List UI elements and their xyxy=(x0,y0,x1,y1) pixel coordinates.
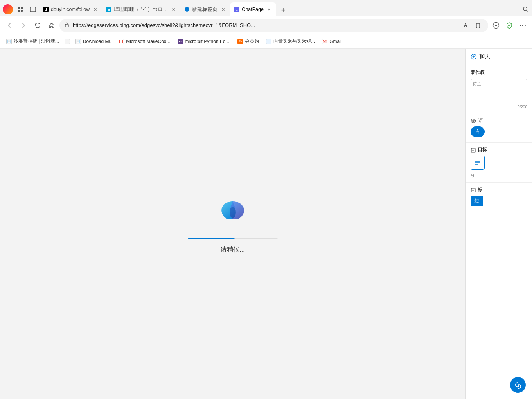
url-text: https://edgeservices.bing.com/edgesvc/sh… xyxy=(73,22,457,28)
sidebar-pro-button[interactable]: 专 xyxy=(471,126,485,137)
progress-bar-fill xyxy=(188,238,235,239)
sidebar-short-section: 标 短 xyxy=(466,183,532,210)
bookmark-download-mu[interactable]: 📄 Download Mu xyxy=(72,37,115,46)
svg-line-8 xyxy=(527,10,528,12)
bookmarks-bar: 📄 沙雕普拉斯 | 沙雕新... 📄 Download Mu Microsoft… xyxy=(0,34,532,49)
page-content: 请稍候... xyxy=(0,49,466,399)
svg-rect-1 xyxy=(21,7,23,9)
shield-icon[interactable] xyxy=(503,19,516,32)
sidebar-target-section: 目标 段 xyxy=(466,143,532,183)
tab-close-chatpage[interactable]: ✕ xyxy=(266,6,272,13)
tab-close-bili[interactable]: ✕ xyxy=(170,6,176,13)
bookmark-doc-plain[interactable] xyxy=(63,37,72,46)
bookmark-microbit[interactable]: m micro:bit Python Edi... xyxy=(174,37,234,46)
bookmark-shadi-label: 沙雕普拉斯 | 沙雕新... xyxy=(14,38,59,45)
sidebar-paragraph-label: 段 xyxy=(471,173,474,178)
sidebar-author-section: 著作权 0/200 xyxy=(466,65,532,113)
bookmark-vector-label: 向量叉乘与叉乘矩... xyxy=(273,38,315,45)
lock-icon xyxy=(64,22,70,29)
browser-controls: https://edgeservices.bing.com/edgesvc/sh… xyxy=(0,16,532,34)
home-button[interactable] xyxy=(45,19,58,32)
tab-bar: d douyin.com/follow ✕ B 哔哩哔哩（ °-° ）つロ～ ✕ xyxy=(0,0,532,16)
tab-chatpage[interactable]: C ChatPage ✕ xyxy=(230,2,276,16)
sidebar-toggle-icon[interactable] xyxy=(27,3,39,16)
tab-close-douyin[interactable]: ✕ xyxy=(92,6,98,13)
bookmark-gmail[interactable]: Gmail xyxy=(319,37,345,46)
sidebar-char-counter: 0/200 xyxy=(471,105,527,109)
new-tab-button[interactable]: + xyxy=(277,4,289,16)
loading-text: 请稍候... xyxy=(221,246,244,254)
sidebar-copilot-button[interactable] xyxy=(510,377,526,393)
progress-bar-container xyxy=(188,238,278,239)
tab-bar-search[interactable] xyxy=(519,3,532,16)
browser-chrome: d douyin.com/follow ✕ B 哔哩哔哩（ °-° ）つロ～ ✕ xyxy=(0,0,532,399)
bookmark-download-label: Download Mu xyxy=(83,39,111,44)
bookmark-vector[interactable]: 向量叉乘与叉乘矩... xyxy=(263,36,318,46)
settings-more-icon[interactable]: ⋯ xyxy=(516,19,529,32)
address-bar[interactable]: https://edgeservices.bing.com/edgesvc/sh… xyxy=(59,19,488,32)
bookmark-shop[interactable]: 🛍 会员购 xyxy=(234,36,262,46)
sidebar-format-button[interactable] xyxy=(471,156,485,170)
refresh-button[interactable] xyxy=(31,19,44,32)
bookmark-shop-label: 会员购 xyxy=(245,38,259,45)
svg-rect-2 xyxy=(18,10,20,12)
sidebar-chat-section: 聊天 xyxy=(466,49,532,65)
bookmark-makecode[interactable]: Microsoft MakeCod... xyxy=(115,37,173,46)
sidebar-author-title: 著作权 xyxy=(471,69,527,76)
download-manager-icon[interactable] xyxy=(490,19,502,32)
bookmark-microbit-label: micro:bit Python Edi... xyxy=(185,39,231,44)
tab-newtab[interactable]: 新建标签页 ✕ xyxy=(180,2,230,16)
svg-rect-3 xyxy=(21,10,23,12)
bookmark-gmail-label: Gmail xyxy=(329,39,341,44)
svg-rect-12 xyxy=(120,40,122,43)
sidebar-language-section: 语 专 xyxy=(466,113,532,143)
sidebar-target-title: 目标 xyxy=(471,147,527,153)
svg-rect-9 xyxy=(65,24,68,27)
svg-rect-0 xyxy=(18,7,20,9)
bookmark-shadi[interactable]: 📄 沙雕普拉斯 | 沙雕新... xyxy=(3,36,62,46)
tab-close-newtab[interactable]: ✕ xyxy=(220,6,226,13)
read-aloud-icon[interactable]: A xyxy=(460,20,471,31)
right-sidebar: 聊天 著作权 0/200 语 专 xyxy=(466,49,532,399)
extensions-icon[interactable] xyxy=(14,3,27,16)
sidebar-author-textarea[interactable] xyxy=(471,79,527,102)
svg-rect-4 xyxy=(30,7,36,12)
bookmark-makecode-label: Microsoft MakeCod... xyxy=(126,39,170,44)
tab-bili[interactable]: B 哔哩哔哩（ °-° ）つロ～ ✕ xyxy=(102,2,180,16)
forward-button[interactable] xyxy=(17,19,30,32)
tab-douyin[interactable]: d douyin.com/follow ✕ xyxy=(39,2,102,16)
svg-point-13 xyxy=(230,207,236,218)
svg-point-6 xyxy=(185,7,189,12)
sidebar-short-button[interactable]: 短 xyxy=(471,196,483,206)
back-button[interactable] xyxy=(3,19,16,32)
copilot-logo xyxy=(215,194,250,229)
profile-avatar[interactable] xyxy=(2,3,14,16)
sidebar-chat-label: 聊天 xyxy=(471,53,527,60)
sidebar-note-label: 语 xyxy=(478,117,483,124)
bookmark-icon[interactable] xyxy=(473,20,483,31)
